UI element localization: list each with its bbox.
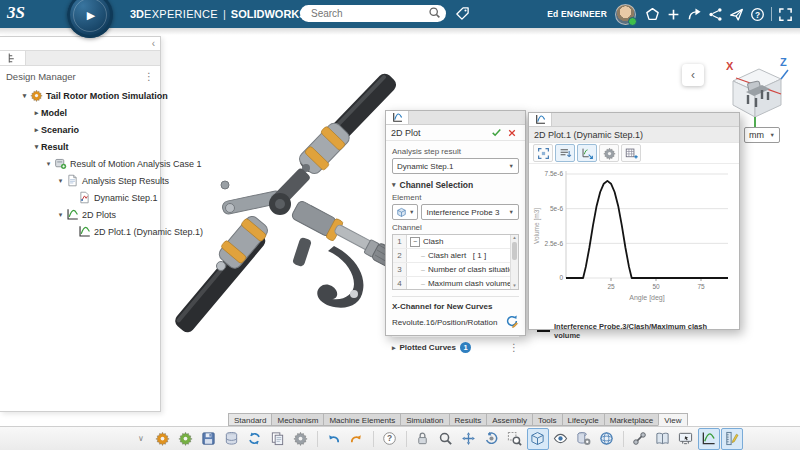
channel-row-4[interactable]: 4–Maximum clash volume (393, 277, 518, 290)
collapse-right-button[interactable]: ‹ (682, 64, 704, 86)
tree-item-scenario[interactable]: ▸Scenario (0, 121, 160, 138)
plotted-curves-section[interactable]: ▸ Plotted Curves 1 ⋮ (392, 336, 519, 353)
database-gear-button[interactable] (573, 428, 595, 450)
search-box[interactable] (300, 5, 446, 22)
tree-item-model[interactable]: ▸Model (0, 104, 160, 121)
table-scrollbar[interactable]: ▲▼ (510, 235, 518, 289)
book-button[interactable] (652, 428, 674, 450)
fit-button[interactable] (533, 144, 553, 162)
bottom-toolbar: ∨ ? (0, 426, 800, 450)
search-input[interactable] (309, 7, 428, 20)
element-select[interactable]: Interference Probe 3▼ (421, 204, 519, 220)
pan-button[interactable] (458, 428, 480, 450)
copy-button[interactable] (267, 428, 289, 450)
tree-item-2d-plots[interactable]: ▾2D Plots (0, 206, 160, 223)
channel-row-1[interactable]: 1−Clash (393, 235, 518, 249)
tree-item-result[interactable]: ▾Result (0, 138, 160, 155)
3ds-logo-icon[interactable]: 3S (7, 3, 25, 23)
plotted-curves-menu-button[interactable]: ⋮ (509, 342, 519, 353)
add-icon[interactable] (665, 4, 682, 24)
help-icon[interactable]: ? (749, 4, 766, 24)
tree-caret-icon[interactable]: ▸ (32, 109, 41, 117)
tree-caret-icon[interactable]: ▸ (32, 126, 41, 134)
panel-menu-button[interactable]: ⋮ (144, 71, 154, 82)
ribbon-tab-simulation[interactable]: Simulation (400, 413, 448, 426)
tag-icon[interactable] (455, 6, 470, 25)
chart-button[interactable] (698, 428, 720, 450)
screen-pointer-button[interactable] (675, 428, 697, 450)
plotted-curves-caret-icon[interactable]: ▸ (392, 344, 396, 352)
eye-button[interactable] (550, 428, 572, 450)
compass-icon[interactable]: ▶ (67, 0, 113, 38)
ribbon-tab-standard[interactable]: Standard (228, 413, 271, 426)
sync-button[interactable] (244, 428, 266, 450)
redo-button[interactable] (346, 428, 368, 450)
help-button[interactable]: ? (379, 428, 401, 450)
ribbon-tab-results[interactable]: Results (449, 413, 487, 426)
collapse-box-icon[interactable]: − (410, 237, 420, 247)
save-button[interactable] (198, 428, 220, 450)
export-plot-button[interactable] (577, 144, 597, 162)
share-icon[interactable] (686, 4, 703, 24)
channel-selection-section[interactable]: ▾Channel Selection (392, 180, 519, 190)
reset-xchannel-button[interactable] (505, 314, 519, 330)
search-icon[interactable] (428, 5, 441, 23)
fullscreen-icon[interactable] (777, 4, 794, 24)
tree-caret-icon[interactable]: ▾ (20, 92, 29, 100)
channel-row-3[interactable]: 3–Number of clash situations (393, 263, 518, 277)
tree-item-dynamic-step-1[interactable]: Dynamic Step.1 (0, 189, 160, 206)
send-icon[interactable] (728, 4, 745, 24)
confirm-button[interactable] (488, 127, 504, 138)
ribbon-tab-machine-elements[interactable]: Machine Elements (323, 413, 400, 426)
avatar[interactable] (615, 4, 636, 25)
analysis-step-select[interactable]: Dynamic Step.1▼ (392, 158, 519, 174)
collapse-left-panel-button[interactable]: ‹ (152, 38, 155, 49)
lock-button[interactable] (412, 428, 434, 450)
element-type-button[interactable]: ▼ (392, 204, 418, 220)
gear-green-button[interactable] (175, 428, 197, 450)
section-caret-icon[interactable]: ▾ (392, 181, 396, 189)
plot-dialog-tab[interactable] (386, 111, 409, 124)
tree-caret-icon[interactable]: ▾ (32, 143, 41, 151)
units-select[interactable]: mm▼ (744, 127, 780, 143)
tree-item-tail-rotor-motion-simulation[interactable]: ▾Tail Rotor Motion Simulation (0, 87, 160, 104)
close-button[interactable] (504, 128, 520, 138)
settings-gear-button[interactable] (290, 428, 312, 450)
zoom-area-button[interactable] (504, 428, 526, 450)
tree-caret-icon[interactable]: ▾ (44, 160, 53, 168)
tree-item-2d-plot-1-dynamic-step-1[interactable]: 2D Plot.1 (Dynamic Step.1) (0, 223, 160, 240)
export-table-button[interactable] (621, 144, 641, 162)
ribbon-tab-view[interactable]: View (658, 413, 687, 426)
svg-text:?: ? (387, 433, 392, 443)
undo-button[interactable] (323, 428, 345, 450)
rotor-3d-model[interactable] (158, 42, 418, 352)
tree-item-analysis-step-results[interactable]: ▾Analysis Step Results (0, 172, 160, 189)
ribbon-tab-marketplace[interactable]: Marketplace (604, 413, 659, 426)
globe-button[interactable] (596, 428, 618, 450)
toolbar-collapse-chevron[interactable]: ∨ (138, 434, 144, 443)
ribbon-tab-lifecycle[interactable]: Lifecycle (562, 413, 604, 426)
tab-design-tree[interactable] (0, 51, 26, 65)
gear-orange-button[interactable] (152, 428, 174, 450)
tree-caret-icon[interactable]: ▾ (56, 177, 65, 185)
channel-row-2[interactable]: 2–Clash alert [ 1 ] (393, 249, 518, 263)
joint-button[interactable] (629, 428, 651, 450)
collaborate-icon[interactable] (707, 4, 724, 24)
zoom-button[interactable] (435, 428, 457, 450)
settings-button[interactable] (599, 144, 619, 162)
tree-item-result-of-motion-analysis-case-1[interactable]: ▾Result of Motion Analysis Case 1 (0, 155, 160, 172)
orbit-button[interactable] (481, 428, 503, 450)
ribbon-tab-assembly[interactable]: Assembly (486, 413, 532, 426)
svg-text:50: 50 (652, 283, 660, 290)
ribbon-tab-tools[interactable]: Tools (532, 413, 562, 426)
tree-item-label: 2D Plot.1 (Dynamic Step.1) (94, 227, 203, 237)
chart-panel-tab[interactable] (529, 113, 552, 126)
cube-button[interactable] (527, 428, 549, 450)
user-name[interactable]: Ed ENGINEER (547, 9, 607, 19)
ruler-pen-button[interactable] (721, 428, 743, 450)
options-button[interactable] (555, 144, 575, 162)
database-button[interactable] (221, 428, 243, 450)
tree-caret-icon[interactable]: ▾ (56, 211, 65, 219)
ribbon-tab-mechanism[interactable]: Mechanism (271, 413, 323, 426)
notification-icon[interactable] (644, 4, 661, 24)
